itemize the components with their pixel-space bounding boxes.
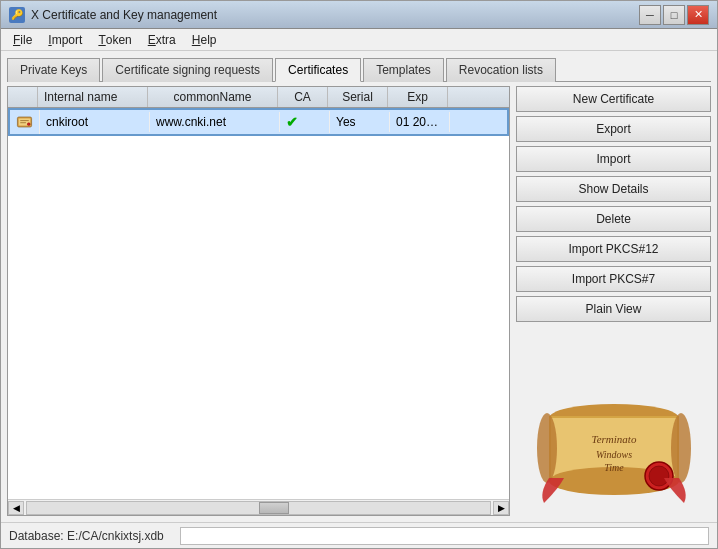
status-input-field[interactable]	[180, 527, 709, 545]
menu-file[interactable]: File	[5, 29, 40, 50]
database-label: Database: E:/CA/cnkixtsj.xdb	[9, 529, 164, 543]
main-window: 🔑 X Certificate and Key management ─ □ ✕…	[0, 0, 718, 549]
menu-help[interactable]: Help	[184, 29, 225, 50]
tab-certificates[interactable]: Certificates	[275, 58, 361, 82]
menu-import[interactable]: Import	[40, 29, 90, 50]
close-button[interactable]: ✕	[687, 5, 709, 25]
certificate-visual: Terminato Windows Time	[516, 326, 711, 516]
col-internal-name-header: Internal name	[38, 87, 148, 107]
scrollbar-thumb[interactable]	[259, 502, 289, 514]
scroll-right-btn[interactable]: ▶	[493, 501, 509, 515]
menu-extra[interactable]: Extra	[140, 29, 184, 50]
title-bar-controls: ─ □ ✕	[639, 5, 709, 25]
svg-point-10	[671, 413, 691, 483]
title-bar: 🔑 X Certificate and Key management ─ □ ✕	[1, 1, 717, 29]
col-exp-header: Exp	[388, 87, 448, 107]
col-icon-header	[8, 87, 38, 107]
tab-revocation[interactable]: Revocation lists	[446, 58, 556, 82]
tab-csr[interactable]: Certificate signing requests	[102, 58, 273, 82]
scroll-left-btn[interactable]: ◀	[8, 501, 24, 515]
tab-private-keys[interactable]: Private Keys	[7, 58, 100, 82]
import-button[interactable]: Import	[516, 146, 711, 172]
svg-point-12	[649, 466, 669, 486]
table-body: cnkiroot www.cnki.net ✔ Yes 01 2027-	[8, 108, 509, 499]
certificate-icon	[16, 113, 33, 131]
svg-point-9	[537, 413, 557, 483]
row-ca-yes: Yes	[330, 112, 390, 132]
new-certificate-button[interactable]: New Certificate	[516, 86, 711, 112]
right-panel: New Certificate Export Import Show Detai…	[516, 86, 711, 516]
scrollbar-track[interactable]	[26, 501, 491, 515]
row-common-name: www.cnki.net	[150, 112, 280, 132]
table-row[interactable]: cnkiroot www.cnki.net ✔ Yes 01 2027-	[8, 108, 509, 136]
tabs-row: Private Keys Certificate signing request…	[7, 57, 711, 82]
table-header: Internal name commonName CA Serial Exp	[8, 87, 509, 108]
horizontal-scrollbar[interactable]: ◀ ▶	[8, 499, 509, 515]
main-content: Private Keys Certificate signing request…	[1, 51, 717, 522]
checkmark-icon: ✔	[286, 114, 298, 130]
row-internal-name: cnkiroot	[40, 112, 150, 132]
import-pkcs12-button[interactable]: Import PKCS#12	[516, 236, 711, 262]
maximize-button[interactable]: □	[663, 5, 685, 25]
table-panel: Internal name commonName CA Serial Exp	[7, 86, 510, 516]
show-details-button[interactable]: Show Details	[516, 176, 711, 202]
window-title: X Certificate and Key management	[31, 8, 217, 22]
col-ca-header: CA	[278, 87, 328, 107]
title-bar-left: 🔑 X Certificate and Key management	[9, 7, 217, 23]
menu-token[interactable]: Token	[90, 29, 139, 50]
menu-bar: File Import Token Extra Help	[1, 29, 717, 51]
svg-point-4	[27, 123, 30, 126]
app-icon: 🔑	[9, 7, 25, 23]
row-ca-check: ✔	[280, 111, 330, 133]
cert-scroll-svg: Terminato Windows Time	[529, 398, 699, 508]
svg-text:Terminato: Terminato	[591, 433, 636, 445]
plain-view-button[interactable]: Plain View	[516, 296, 711, 322]
svg-text:Windows: Windows	[595, 449, 631, 460]
minimize-button[interactable]: ─	[639, 5, 661, 25]
tab-templates[interactable]: Templates	[363, 58, 444, 82]
import-pkcs7-button[interactable]: Import PKCS#7	[516, 266, 711, 292]
row-serial: 01 2027-	[390, 112, 450, 132]
status-bar: Database: E:/CA/cnkixtsj.xdb	[1, 522, 717, 548]
row-icon	[10, 110, 40, 134]
svg-text:Time: Time	[604, 462, 624, 473]
col-serial-header: Serial	[328, 87, 388, 107]
delete-button[interactable]: Delete	[516, 206, 711, 232]
content-area: Internal name commonName CA Serial Exp	[7, 86, 711, 516]
export-button[interactable]: Export	[516, 116, 711, 142]
col-common-name-header: commonName	[148, 87, 278, 107]
